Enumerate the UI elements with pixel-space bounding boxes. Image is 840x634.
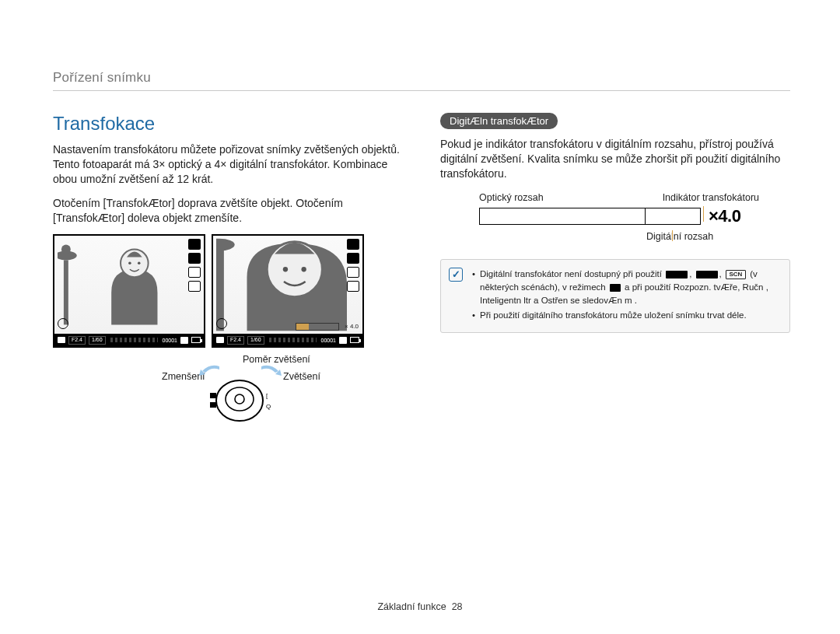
page-number: 28 bbox=[452, 601, 463, 612]
sd-icon bbox=[180, 337, 188, 344]
lcd-previews: F2.4 1/60 00001 bbox=[53, 234, 403, 348]
zoom-indicator: × 4.0 bbox=[296, 323, 339, 331]
digital-range-label: Digitální rozsah bbox=[646, 231, 759, 242]
note-item: Při použití digitálního transfokátoru mů… bbox=[472, 309, 779, 322]
svg-point-13 bbox=[235, 394, 244, 404]
counter-value: 00001 bbox=[321, 338, 336, 343]
subsection-pill: DigitÆln transfokÆtor bbox=[440, 113, 558, 129]
svg-point-9 bbox=[283, 268, 288, 272]
camera-mode-icon bbox=[216, 337, 224, 343]
svg-rect-15 bbox=[210, 402, 216, 408]
battery-icon bbox=[191, 337, 201, 343]
meter-icon bbox=[188, 267, 201, 278]
quality-icon bbox=[188, 239, 201, 250]
svg-point-4 bbox=[128, 262, 131, 265]
zoom-in-label: Zvětšení bbox=[283, 371, 320, 382]
footer-label: Základní funkce bbox=[377, 601, 446, 612]
right-column: DigitÆln transfokÆtor Pokud je indikátor… bbox=[440, 113, 790, 435]
exposure-scale bbox=[269, 338, 317, 342]
flash-icon bbox=[188, 281, 201, 292]
sd-icon bbox=[339, 337, 347, 344]
page-footer: Základní funkce 28 bbox=[0, 601, 840, 612]
page-title: Transfokace bbox=[53, 113, 403, 135]
aperture-value: F2.4 bbox=[68, 336, 86, 344]
exposure-scale bbox=[110, 338, 158, 342]
battery-icon bbox=[350, 337, 359, 343]
smart-mode-icon bbox=[666, 271, 688, 278]
scene-illustration bbox=[58, 236, 188, 334]
zoom-indicator-label: Indikátor transfokátoru bbox=[663, 192, 759, 203]
svg-point-10 bbox=[301, 268, 306, 272]
intro-paragraph-1: Nastavením transfokátoru můžete pořizova… bbox=[53, 142, 403, 187]
zoom-dial-icon: [ Q bbox=[208, 365, 271, 427]
svg-point-2 bbox=[61, 245, 71, 254]
camera-mode-icon bbox=[58, 337, 65, 343]
digital-zoom-paragraph: Pokud je indikátor transfokátoru v digit… bbox=[440, 137, 790, 181]
status-bar: F2.4 1/60 00001 bbox=[213, 334, 362, 346]
meter-icon bbox=[347, 267, 359, 278]
quality-icon bbox=[347, 239, 359, 250]
zoom-indicator-value: × 4.0 bbox=[345, 323, 359, 330]
digital-segment bbox=[646, 208, 701, 224]
note-item: Digitální transfokátor není dostupný při… bbox=[472, 268, 779, 308]
callout-line bbox=[672, 230, 673, 241]
lcd-preview-wide: F2.4 1/60 00001 bbox=[53, 234, 205, 348]
shutter-value: 1/60 bbox=[89, 336, 106, 344]
optical-range-label: Optický rozsah bbox=[479, 192, 544, 203]
scn-mode-icon: SCN bbox=[726, 270, 746, 279]
svg-text:Q: Q bbox=[266, 403, 271, 410]
dual-mode-icon bbox=[696, 271, 718, 278]
scene-illustration-zoomed bbox=[216, 236, 347, 334]
aperture-value: F2.4 bbox=[227, 336, 244, 344]
size-icon bbox=[188, 253, 201, 264]
svg-text:[: [ bbox=[266, 392, 268, 399]
svg-rect-14 bbox=[210, 393, 216, 398]
callout-line bbox=[703, 206, 704, 222]
intro-paragraph-2: Otočením [TransfokÆtor] doprava zvětšíte… bbox=[53, 196, 403, 226]
shutter-value: 1/60 bbox=[247, 336, 264, 344]
zoom-range-diagram: Optický rozsah Indikátor transfokátoru ×… bbox=[479, 192, 759, 242]
optical-segment bbox=[480, 208, 646, 224]
info-icon bbox=[449, 268, 463, 282]
counter-value: 00001 bbox=[163, 338, 177, 343]
flash-icon bbox=[347, 281, 359, 292]
svg-point-5 bbox=[138, 262, 141, 265]
lcd-preview-zoomed: × 4.0 F2.4 1/60 00001 bbox=[212, 234, 364, 348]
zoom-bar bbox=[479, 208, 701, 225]
status-bar: F2.4 1/60 00001 bbox=[54, 334, 204, 346]
size-icon bbox=[347, 253, 359, 264]
two-column-layout: Transfokace Nastavením transfokátoru můž… bbox=[53, 113, 790, 435]
svg-point-7 bbox=[216, 239, 235, 251]
info-note: Digitální transfokátor není dostupný při… bbox=[440, 259, 790, 333]
breadcrumb: Pořízení snímku bbox=[53, 70, 790, 91]
left-column: Transfokace Nastavením transfokátoru můž… bbox=[53, 113, 403, 435]
zoom-value-badge: ×4.0 bbox=[709, 206, 740, 226]
zoom-dial-labels: Poměr zvětšení Zmenšení Zvětšení [ Q bbox=[53, 352, 403, 435]
movie-mode-icon bbox=[610, 284, 621, 292]
svg-rect-0 bbox=[64, 261, 68, 325]
